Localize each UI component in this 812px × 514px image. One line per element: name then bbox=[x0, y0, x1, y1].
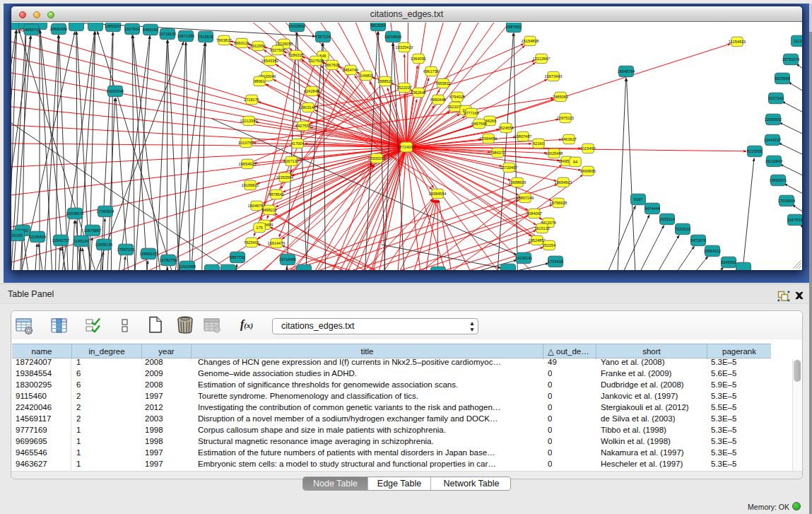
svg-text:175: 175 bbox=[256, 226, 262, 230]
svg-text:10688609: 10688609 bbox=[509, 180, 526, 185]
svg-text:12444157: 12444157 bbox=[764, 138, 782, 142]
svg-text:11123: 11123 bbox=[794, 39, 802, 43]
svg-text:9242848: 9242848 bbox=[304, 89, 319, 93]
svg-text:20691406: 20691406 bbox=[50, 27, 68, 31]
svg-text:12213389: 12213389 bbox=[240, 119, 258, 123]
svg-text:10719155: 10719155 bbox=[159, 32, 177, 36]
svg-text:10654112: 10654112 bbox=[704, 249, 721, 253]
svg-text:98961: 98961 bbox=[254, 79, 265, 83]
svg-text:1362648: 1362648 bbox=[411, 90, 426, 95]
svg-text:9245652: 9245652 bbox=[721, 260, 736, 264]
svg-text:12213967: 12213967 bbox=[533, 57, 551, 61]
svg-text:9084067: 9084067 bbox=[526, 211, 542, 216]
svg-text:7625402: 7625402 bbox=[244, 240, 259, 245]
svg-text:12093582: 12093582 bbox=[765, 117, 782, 122]
svg-text:11923468: 11923468 bbox=[179, 264, 196, 269]
svg-text:10973493: 10973493 bbox=[545, 74, 563, 78]
svg-text:18724007: 18724007 bbox=[397, 145, 416, 149]
svg-text:1167533: 1167533 bbox=[787, 218, 802, 222]
svg-text:33159: 33159 bbox=[11, 233, 23, 238]
svg-text:11156829: 11156829 bbox=[29, 235, 46, 239]
svg-text:6794028: 6794028 bbox=[449, 95, 465, 99]
svg-text:16782759: 16782759 bbox=[160, 258, 177, 262]
svg-text:8454749: 8454749 bbox=[343, 68, 358, 72]
svg-text:16154808: 16154808 bbox=[522, 39, 539, 43]
svg-text:8186325: 8186325 bbox=[288, 53, 304, 57]
svg-text:14055713: 14055713 bbox=[23, 28, 40, 32]
svg-text:18300295: 18300295 bbox=[368, 156, 386, 160]
svg-text:1145194: 1145194 bbox=[73, 239, 88, 243]
svg-text:8813054: 8813054 bbox=[370, 23, 386, 28]
svg-text:1733426: 1733426 bbox=[548, 259, 563, 264]
svg-text:9327508: 9327508 bbox=[308, 59, 324, 63]
svg-text:19692971: 19692971 bbox=[770, 178, 787, 182]
svg-text:17957255: 17957255 bbox=[117, 247, 135, 252]
svg-text:417004: 417004 bbox=[291, 141, 305, 146]
svg-text:17353924: 17353924 bbox=[97, 209, 114, 214]
svg-text:16543382: 16543382 bbox=[261, 59, 279, 63]
svg-text:8990448: 8990448 bbox=[430, 98, 446, 102]
svg-text:8267130: 8267130 bbox=[283, 159, 299, 163]
svg-text:7955812: 7955812 bbox=[435, 81, 451, 86]
svg-text:2687682: 2687682 bbox=[506, 25, 522, 29]
svg-text:11353594: 11353594 bbox=[276, 175, 293, 180]
svg-text:6961758: 6961758 bbox=[423, 69, 439, 74]
svg-text:10853267: 10853267 bbox=[105, 24, 122, 28]
svg-text:19218506: 19218506 bbox=[384, 35, 402, 39]
svg-text:8912954: 8912954 bbox=[250, 44, 266, 48]
svg-text:12505135: 12505135 bbox=[95, 243, 113, 247]
svg-text:7357224: 7357224 bbox=[315, 35, 331, 39]
svg-text:2667608: 2667608 bbox=[324, 63, 340, 67]
svg-text:9699695: 9699695 bbox=[580, 169, 596, 173]
svg-text:9115460: 9115460 bbox=[580, 146, 595, 151]
svg-text:14136141: 14136141 bbox=[515, 256, 533, 260]
svg-text:20364456: 20364456 bbox=[480, 136, 498, 141]
svg-text:10807487: 10807487 bbox=[514, 134, 532, 139]
svg-text:64: 64 bbox=[573, 160, 577, 164]
svg-text:16033809: 16033809 bbox=[288, 24, 306, 28]
svg-text:7632621: 7632621 bbox=[675, 227, 690, 231]
svg-text:7986372: 7986372 bbox=[490, 151, 505, 155]
svg-text:8660124: 8660124 bbox=[234, 41, 249, 45]
svg-text:8215955: 8215955 bbox=[747, 149, 763, 153]
svg-text:62160: 62160 bbox=[533, 141, 544, 146]
svg-text:10975867: 10975867 bbox=[84, 228, 102, 233]
svg-text:16648784: 16648784 bbox=[618, 69, 635, 74]
svg-text:1615132: 1615132 bbox=[534, 226, 550, 230]
svg-text:19166825: 19166825 bbox=[242, 183, 259, 187]
svg-text:19756928: 19756928 bbox=[550, 201, 567, 205]
svg-text:15720407: 15720407 bbox=[500, 165, 518, 170]
svg-text:20206576: 20206576 bbox=[66, 211, 84, 216]
svg-text:17016504: 17016504 bbox=[778, 199, 796, 203]
svg-text:8427552: 8427552 bbox=[295, 124, 311, 128]
svg-text:9146821: 9146821 bbox=[358, 74, 374, 78]
svg-text:20053346: 20053346 bbox=[107, 89, 124, 93]
svg-text:7663822: 7663822 bbox=[216, 38, 232, 42]
svg-text:19654925: 19654925 bbox=[239, 162, 257, 166]
svg-text:9227342: 9227342 bbox=[768, 96, 784, 100]
svg-text:3624554: 3624554 bbox=[498, 126, 514, 130]
svg-text:1010755: 1010755 bbox=[238, 141, 254, 145]
svg-text:7485063: 7485063 bbox=[553, 95, 568, 99]
svg-text:6466160: 6466160 bbox=[143, 28, 158, 32]
svg-text:15751074: 15751074 bbox=[782, 57, 800, 62]
svg-text:18807249: 18807249 bbox=[517, 196, 534, 200]
svg-text:6497568: 6497568 bbox=[471, 122, 487, 126]
svg-text:12975115: 12975115 bbox=[557, 116, 574, 120]
svg-text:9474444: 9474444 bbox=[645, 206, 660, 211]
svg-text:2718176: 2718176 bbox=[244, 98, 259, 102]
svg-text:10025488: 10025488 bbox=[546, 151, 563, 156]
svg-text:1364091: 1364091 bbox=[411, 57, 426, 61]
svg-text:19384554: 19384554 bbox=[429, 192, 447, 196]
svg-text:15716485: 15716485 bbox=[279, 257, 297, 262]
svg-text:1527602: 1527602 bbox=[124, 27, 140, 31]
svg-text:12942757: 12942757 bbox=[52, 238, 70, 243]
svg-text:10958107: 10958107 bbox=[140, 252, 158, 256]
svg-text:3522037: 3522037 bbox=[396, 86, 412, 90]
svg-text:13325419: 13325419 bbox=[396, 45, 413, 49]
svg-text:16210643: 16210643 bbox=[765, 159, 783, 163]
svg-text:1588520: 1588520 bbox=[377, 79, 393, 83]
svg-text:2803144: 2803144 bbox=[300, 105, 316, 110]
svg-text:8471676: 8471676 bbox=[690, 238, 706, 243]
svg-text:2935114: 2935114 bbox=[659, 217, 674, 221]
